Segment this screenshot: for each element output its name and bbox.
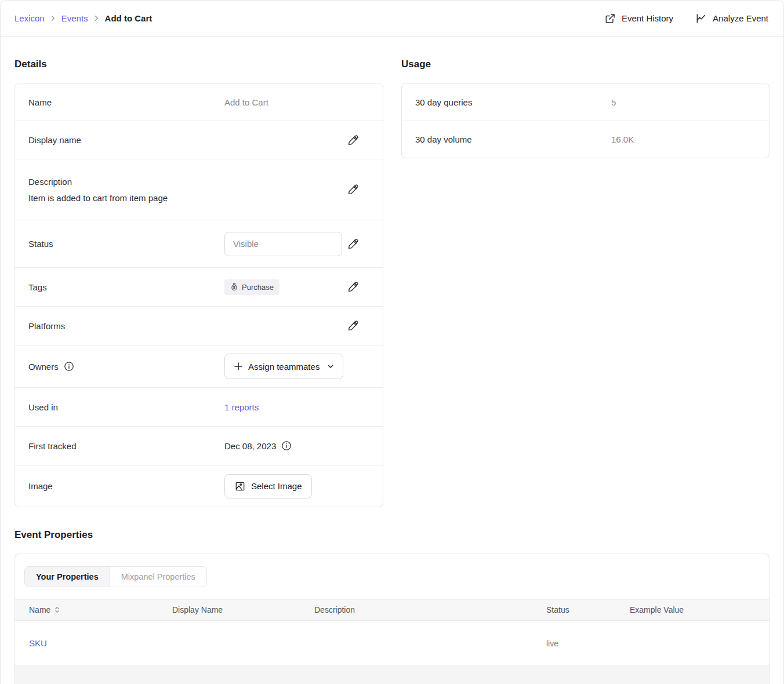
queries-label: 30 day queries <box>415 97 611 107</box>
detail-row-display-name: Display name <box>15 121 383 159</box>
first-tracked-value: Dec 08, 2023 <box>224 441 276 451</box>
properties-table-header: Name Display Name Description Status Exa… <box>15 599 769 620</box>
breadcrumb-events[interactable]: Events <box>61 13 88 23</box>
usage-section: Usage 30 day queries 5 30 day volume 16.… <box>401 37 770 158</box>
volume-value: 16.0K <box>611 134 634 144</box>
detail-row-description: Description Item is added to cart from i… <box>15 159 383 220</box>
chevron-down-icon <box>327 363 334 370</box>
sort-chevrons-icon <box>54 606 60 614</box>
lexicon-event-detail-page: Lexicon Events Add to Cart Event History <box>0 0 784 684</box>
event-properties-section: Event Properties Your Properties Mixpane… <box>14 529 770 684</box>
usage-row-queries: 30 day queries 5 <box>402 83 769 121</box>
detail-row-owners: Owners Assign teammates <box>15 345 383 387</box>
description-value: Item is added to cart from item page <box>28 193 224 203</box>
details-card: Name Add to Cart Display name <box>14 83 383 507</box>
external-link-icon <box>604 13 616 24</box>
select-image-button[interactable]: Select Image <box>224 474 312 499</box>
edit-display-name-button[interactable] <box>347 134 360 147</box>
assign-teammates-button[interactable]: Assign teammates <box>224 354 343 379</box>
status-input[interactable] <box>224 232 342 256</box>
tag-chip-label: Purchase <box>242 283 274 292</box>
breadcrumb-lexicon[interactable]: Lexicon <box>14 13 45 23</box>
column-header-name[interactable]: Name <box>29 605 172 614</box>
edit-platforms-button[interactable] <box>347 319 360 332</box>
name-value: Add to Cart <box>224 97 268 107</box>
tab-mixpanel-properties[interactable]: Mixpanel Properties <box>110 567 206 587</box>
tag-chip-purchase[interactable]: Purchase <box>224 279 280 295</box>
event-history-button[interactable]: Event History <box>604 13 673 24</box>
event-properties-card: Your Properties Mixpanel Properties Name… <box>14 554 770 684</box>
chevron-right-icon <box>50 15 56 21</box>
tags-label: Tags <box>28 282 224 292</box>
details-title: Details <box>14 59 383 70</box>
detail-row-image: Image Select Image <box>15 465 383 507</box>
pencil-icon <box>347 319 360 332</box>
first-tracked-label: First tracked <box>28 441 224 451</box>
column-header-example-value: Example Value <box>630 605 769 614</box>
description-label: Description <box>28 177 224 187</box>
assign-teammates-label: Assign teammates <box>248 362 320 372</box>
breadcrumb: Lexicon Events Add to Cart <box>14 13 152 23</box>
usage-title: Usage <box>401 59 770 70</box>
properties-tab-group: Your Properties Mixpanel Properties <box>24 566 207 587</box>
pencil-icon <box>347 183 360 196</box>
column-header-display-name: Display Name <box>172 605 314 614</box>
detail-row-used-in: Used in 1 reports <box>15 387 383 426</box>
used-in-label: Used in <box>28 402 224 412</box>
edit-tags-button[interactable] <box>347 281 360 293</box>
detail-row-tags: Tags Purchase <box>15 267 383 306</box>
column-header-description: Description <box>314 605 546 614</box>
name-label: Name <box>28 97 224 107</box>
event-history-label: Event History <box>622 13 673 23</box>
pencil-icon <box>347 134 360 147</box>
chevron-right-icon <box>93 15 100 21</box>
plus-icon <box>234 362 243 371</box>
analyze-event-button[interactable]: Analyze Event <box>695 13 768 24</box>
analyze-event-label: Analyze Event <box>713 13 768 23</box>
status-label: Status <box>28 239 224 249</box>
detail-row-platforms: Platforms <box>15 306 383 345</box>
detail-row-name: Name Add to Cart <box>15 83 383 121</box>
info-circle-icon[interactable] <box>281 441 292 451</box>
info-circle-icon[interactable] <box>64 361 74 372</box>
volume-label: 30 day volume <box>415 134 611 144</box>
edit-description-button[interactable] <box>347 183 360 196</box>
detail-row-status: Status <box>15 220 383 267</box>
select-image-label: Select Image <box>251 481 302 491</box>
table-row-sku[interactable]: SKU live <box>15 620 769 665</box>
usage-card: 30 day queries 5 30 day volume 16.0K <box>401 83 770 158</box>
details-section: Details Name Add to Cart Display name <box>14 37 383 507</box>
top-bar: Lexicon Events Add to Cart Event History <box>1 1 783 37</box>
queries-value: 5 <box>611 97 616 107</box>
header-actions: Event History Analyze Event <box>604 13 768 24</box>
event-properties-title: Event Properties <box>14 529 770 541</box>
table-row-scroll-pct[interactable]: Scroll % live <box>15 665 769 684</box>
property-name-link[interactable]: SKU <box>29 638 172 648</box>
usage-row-volume: 30 day volume 16.0K <box>402 121 769 158</box>
detail-row-first-tracked: First tracked Dec 08, 2023 <box>15 426 383 465</box>
pencil-icon <box>347 238 360 250</box>
money-bag-icon <box>230 283 238 291</box>
used-in-reports-link[interactable]: 1 reports <box>224 402 259 412</box>
display-name-label: Display name <box>28 135 224 145</box>
edit-status-button[interactable] <box>347 238 360 250</box>
image-icon <box>234 481 246 492</box>
line-chart-icon <box>695 13 707 24</box>
page-content: Details Name Add to Cart Display name <box>1 37 783 684</box>
column-header-status: Status <box>546 605 630 614</box>
owners-label: Owners <box>28 362 59 372</box>
platforms-label: Platforms <box>28 321 224 331</box>
breadcrumb-current-event: Add to Cart <box>105 13 153 23</box>
image-label: Image <box>28 481 224 491</box>
tab-your-properties[interactable]: Your Properties <box>25 567 110 587</box>
pencil-icon <box>347 281 360 293</box>
property-status: live <box>546 639 630 648</box>
